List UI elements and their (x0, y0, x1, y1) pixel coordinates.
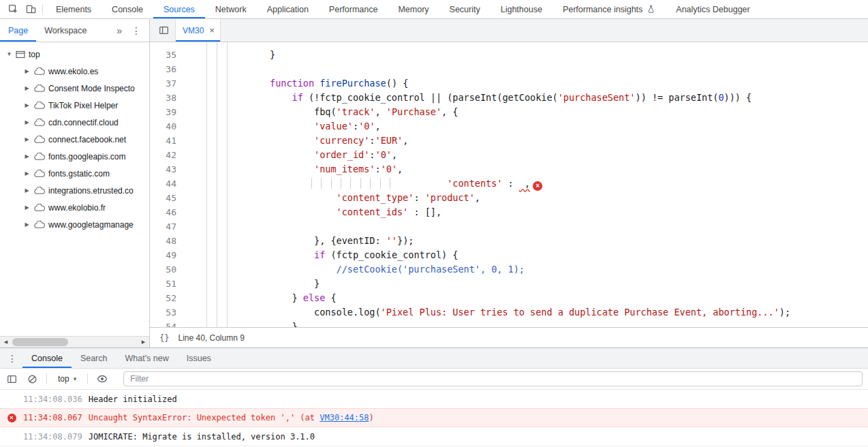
line-number[interactable]: 43 (150, 162, 181, 176)
expander-collapsed-icon[interactable]: ▶ (22, 221, 31, 228)
line-number[interactable]: 38 (150, 91, 181, 105)
line-number[interactable]: 51 (150, 277, 181, 291)
tree-item-top[interactable]: ▼top (0, 46, 149, 63)
line-number[interactable]: 48 (150, 234, 181, 248)
source-link[interactable]: VM30:44:58 (320, 413, 369, 422)
expander-expanded-icon[interactable]: ▼ (5, 51, 14, 57)
more-tabs-icon[interactable]: » (112, 19, 126, 42)
code-line-content[interactable]: } (181, 320, 868, 327)
inspect-element-icon[interactable] (4, 1, 22, 18)
line-number[interactable]: 36 (150, 62, 181, 76)
console-filter-input[interactable] (123, 371, 863, 386)
line-number[interactable]: 44 (150, 176, 181, 191)
code-line-content[interactable]: } (181, 277, 868, 291)
expander-collapsed-icon[interactable]: ▶ (22, 153, 31, 159)
code-area[interactable]: 35 }3637 function firePurchase() {38 if … (150, 42, 868, 327)
drawer-tab-issues[interactable]: Issues (178, 348, 220, 368)
tab-lighthouse[interactable]: Lighthouse (491, 0, 553, 18)
tab-memory[interactable]: Memory (388, 0, 439, 18)
code-line-content[interactable]: console.log('Pixel Plus: User tries to s… (181, 305, 868, 320)
expander-collapsed-icon[interactable]: ▶ (22, 85, 31, 91)
line-number[interactable]: 53 (150, 305, 181, 320)
code-line: 49 if (fctp_cookie_control) { (150, 248, 868, 262)
tree-item[interactable]: ▶www.ekolo.es (0, 63, 149, 80)
tab-performance-insights[interactable]: Performance insights (553, 0, 666, 18)
expander-collapsed-icon[interactable]: ▶ (22, 102, 31, 108)
tab-application[interactable]: Application (257, 0, 319, 18)
line-number[interactable]: 49 (150, 248, 181, 262)
tab-performance[interactable]: Performance (319, 0, 388, 18)
code-line-content[interactable]: 'currency':'EUR', (181, 134, 868, 148)
expander-collapsed-icon[interactable]: ▶ (22, 187, 31, 194)
toggle-navigator-icon[interactable] (155, 22, 172, 39)
tab-network[interactable]: Network (205, 0, 257, 18)
tree-item[interactable]: ▶www.googletagmanage (0, 216, 149, 233)
tree-item[interactable]: ▶Consent Mode Inspecto (0, 80, 149, 97)
code-line-content[interactable]: } (181, 48, 868, 62)
code-line-content[interactable]: if (!fctp_cookie_control || (parseInt(ge… (181, 91, 868, 105)
code-line-content[interactable]: 'contents' : ,× (181, 176, 868, 191)
tree-item[interactable]: ▶fonts.gstatic.com (0, 165, 149, 182)
tab-workspace[interactable]: Workspace (36, 19, 95, 42)
tree-item[interactable]: ▶integrations.etrusted.co (0, 182, 149, 199)
drawer-tab-console[interactable]: Console (22, 348, 72, 368)
tree-item[interactable]: ▶cdn.connectif.cloud (0, 114, 149, 131)
tab-console[interactable]: Console (102, 0, 153, 18)
code-line-content[interactable] (181, 62, 868, 76)
code-line-content[interactable]: 'num_items':'0', (181, 162, 868, 176)
navigator-horizontal-scrollbar[interactable]: ◀ ▶ (0, 336, 149, 348)
line-number[interactable]: 45 (150, 191, 181, 205)
tab-analytics-debugger[interactable]: Analytics Debugger (666, 0, 760, 18)
navigator-menu-icon[interactable]: ⋮ (126, 19, 149, 42)
console-sidebar-icon[interactable] (3, 371, 20, 387)
code-line-content[interactable]: 'content_ids' : [], (181, 205, 868, 219)
scroll-right-icon[interactable]: ▶ (138, 337, 149, 348)
scrollbar-thumb[interactable] (12, 338, 68, 346)
code-line-content[interactable] (181, 219, 868, 234)
device-toolbar-icon[interactable] (22, 1, 40, 18)
code-line-content[interactable]: 'value':'0', (181, 119, 868, 134)
expander-collapsed-icon[interactable]: ▶ (22, 204, 31, 211)
code-line-content[interactable]: 'order_id':'0', (181, 148, 868, 162)
tab-security[interactable]: Security (439, 0, 491, 18)
line-number[interactable]: 50 (150, 262, 181, 277)
line-number[interactable]: 47 (150, 219, 181, 234)
expander-collapsed-icon[interactable]: ▶ (22, 68, 31, 74)
expander-collapsed-icon[interactable]: ▶ (22, 170, 31, 176)
tree-item[interactable]: ▶TikTok Pixel Helper (0, 97, 149, 114)
line-number[interactable]: 35 (150, 48, 181, 62)
tab-elements[interactable]: Elements (46, 0, 102, 18)
line-number[interactable]: 52 (150, 291, 181, 305)
code-line-content[interactable]: function firePurchase() { (181, 76, 868, 91)
line-number[interactable]: 40 (150, 119, 181, 134)
javascript-context-selector[interactable]: top ▾ (52, 374, 82, 384)
live-expression-eye-icon[interactable] (93, 371, 111, 387)
code-line-content[interactable]: fbq('track', 'Purchase', { (181, 105, 868, 119)
code-line-content[interactable]: //setCookie('purchaseSent', 0, 1); (181, 262, 868, 277)
clear-console-icon[interactable] (23, 371, 41, 387)
drawer-tab-search[interactable]: Search (72, 348, 117, 368)
tab-sources[interactable]: Sources (153, 0, 205, 18)
code-line-content[interactable]: if (fctp_cookie_control) { (181, 248, 868, 262)
pretty-print-icon[interactable]: {} (159, 333, 169, 343)
line-number[interactable]: 39 (150, 105, 181, 119)
line-number[interactable]: 37 (150, 76, 181, 91)
tree-item[interactable]: ▶fonts.googleapis.com (0, 148, 149, 165)
code-line-content[interactable]: 'content_type': 'product', (181, 191, 868, 205)
drawer-menu-icon[interactable]: ⋮ (0, 348, 22, 368)
line-number[interactable]: 42 (150, 148, 181, 162)
tree-item[interactable]: ▶connect.facebook.net (0, 131, 149, 148)
line-number[interactable]: 46 (150, 205, 181, 219)
code-line-content[interactable]: } else { (181, 291, 868, 305)
close-tab-icon[interactable]: × (209, 26, 215, 35)
line-number[interactable]: 41 (150, 134, 181, 148)
line-number[interactable]: 54 (150, 320, 181, 327)
scroll-left-icon[interactable]: ◀ (0, 337, 12, 348)
code-line-content[interactable]: }, {eventID: ''}); (181, 234, 868, 248)
tab-page[interactable]: Page (0, 19, 36, 42)
tree-item[interactable]: ▶www.ekolobio.fr (0, 199, 149, 216)
expander-collapsed-icon[interactable]: ▶ (22, 136, 31, 142)
drawer-tab-what-s-new[interactable]: What's new (116, 348, 177, 368)
file-tab-vm30[interactable]: VM30 × (175, 19, 221, 42)
expander-collapsed-icon[interactable]: ▶ (22, 119, 31, 125)
